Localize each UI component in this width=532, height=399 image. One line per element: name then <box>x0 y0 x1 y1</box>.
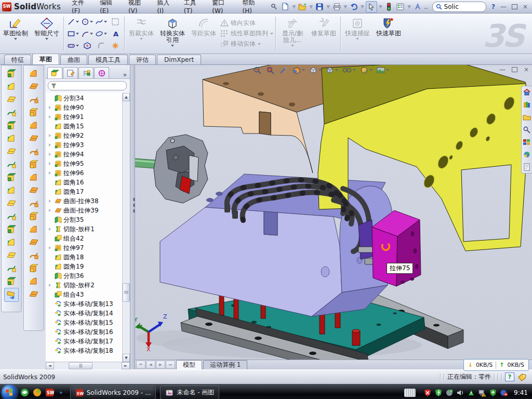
defender-icon[interactable] <box>489 389 497 397</box>
chevron-down-icon[interactable] <box>76 45 79 47</box>
tree-item[interactable]: 实体-移动/复制14 <box>46 309 130 318</box>
solidworks-icon[interactable]: SW <box>45 388 54 397</box>
tree-item[interactable]: 曲面-拉伸39 <box>46 206 130 215</box>
apply-scene-button[interactable] <box>375 65 390 75</box>
expand-arrow-icon[interactable] <box>49 115 53 118</box>
tree-item[interactable]: 分割35 <box>46 215 130 224</box>
magic-wand-button[interactable] <box>278 65 289 75</box>
file-explorer-icon[interactable] <box>523 113 531 121</box>
view-orientation-button[interactable] <box>308 65 323 75</box>
features-toolbar-icon-1[interactable] <box>5 67 18 80</box>
tree-item[interactable]: 分割34 <box>46 94 130 103</box>
display-style-button[interactable] <box>324 65 339 75</box>
chevron-down-icon[interactable] <box>386 69 389 71</box>
print-icon[interactable] <box>331 2 342 12</box>
edit-appearance-button[interactable] <box>358 65 374 75</box>
features-toolbar-icon-3[interactable] <box>5 93 18 106</box>
repair-sketch-button[interactable]: 修复草图 <box>309 15 339 52</box>
tree-item[interactable]: 组合43 <box>46 290 130 299</box>
tree-item[interactable]: 实体-移动/复制13 <box>46 299 130 309</box>
features-toolbar-icon-6[interactable] <box>5 132 18 145</box>
chevron-down-icon[interactable] <box>353 69 356 71</box>
hide-show-button[interactable] <box>341 65 357 75</box>
close-button[interactable]: × <box>523 4 528 10</box>
features-toolbar-icon-17[interactable] <box>5 275 18 288</box>
start-button[interactable] <box>2 385 17 399</box>
quick-tips-button[interactable]: ? <box>505 373 514 381</box>
security-icon[interactable] <box>33 388 42 397</box>
tree-item[interactable]: 拉伸96 <box>46 168 130 178</box>
tree-item[interactable]: 拉伸94 <box>46 150 130 159</box>
convert-entities-button[interactable]: 转换实体引用 <box>157 15 188 52</box>
tree-item[interactable]: 实体-移动/复制18 <box>46 346 130 355</box>
features-toolbar-icon-10[interactable] <box>5 184 18 197</box>
chevron-down-icon[interactable] <box>90 33 93 35</box>
traffic-light-icon[interactable] <box>384 2 394 12</box>
tree-filter-input[interactable] <box>48 81 127 90</box>
undo-icon[interactable] <box>349 2 359 12</box>
zoom-fit-button[interactable] <box>252 65 263 75</box>
mirror-entities-button[interactable]: 镜向实体 <box>220 19 273 28</box>
menu-item-4[interactable]: 工具(T) <box>178 0 207 13</box>
linear-pattern-button[interactable]: 线性草图阵列 <box>220 29 273 38</box>
line-button[interactable] <box>66 16 80 28</box>
scroll-up-button[interactable]: ▲ <box>123 93 130 101</box>
text-button[interactable]: A <box>108 28 122 39</box>
expand-arrow-icon[interactable] <box>49 171 53 175</box>
vpn-icon[interactable] <box>467 389 475 397</box>
surfaces-toolbar-icon-18[interactable] <box>27 288 41 301</box>
palette-icon[interactable] <box>523 138 531 146</box>
tree-item[interactable]: 曲面-拉伸38 <box>46 196 130 206</box>
scroll-thumb[interactable] <box>69 362 92 369</box>
tree-item[interactable]: 组合42 <box>46 234 130 243</box>
chevron-down-icon[interactable]: ▼ <box>292 4 296 9</box>
taskbar-button-2[interactable]: 未命名 - 画图 <box>160 385 219 399</box>
panel-chevron-icon[interactable]: » <box>123 71 127 78</box>
expand-arrow-icon[interactable] <box>49 134 53 137</box>
zoom-area-button[interactable] <box>265 65 276 75</box>
sketch-draw-button[interactable]: 草图绘制 <box>1 15 31 52</box>
tree-item[interactable]: 拉伸90 <box>46 103 130 112</box>
tab-模具工具[interactable]: 模具工具 <box>88 55 128 64</box>
smart-dimension-button[interactable]: 智能尺寸 <box>32 15 62 52</box>
features-toolbar-icon-2[interactable] <box>5 80 18 93</box>
model-scene[interactable] <box>135 65 532 360</box>
chevron-down-icon[interactable]: ▼ <box>326 4 330 9</box>
featuremanager-tab-tab[interactable] <box>47 67 62 78</box>
surfaces-toolbar-icon-8[interactable] <box>27 158 41 171</box>
tree-item[interactable]: 圆角18 <box>46 252 130 262</box>
features-toolbar-icon-15[interactable] <box>5 249 18 262</box>
volume-icon[interactable] <box>456 389 464 397</box>
circle-button[interactable] <box>80 16 94 28</box>
tree-item[interactable]: 实体-移动/复制17 <box>46 337 130 346</box>
tree-item[interactable]: 拉伸91 <box>46 112 130 122</box>
expand-arrow-icon[interactable] <box>49 284 53 287</box>
move-entities-button[interactable]: 移动实体 <box>220 39 273 49</box>
menu-item-5[interactable]: 窗口(W) <box>206 0 236 13</box>
menu-item-0[interactable]: 文件(F) <box>66 0 94 13</box>
surfaces-toolbar-icon-3[interactable] <box>27 93 41 106</box>
rectangle-button[interactable] <box>66 28 80 39</box>
chevron-down-icon[interactable] <box>369 69 373 71</box>
chevron-down-icon[interactable] <box>104 33 107 35</box>
tree-item[interactable]: 拉伸97 <box>46 243 130 252</box>
features-toolbar-icon-9[interactable] <box>5 171 18 184</box>
scroll-right-button[interactable]: ► <box>122 362 130 369</box>
rapid-sketch-button[interactable]: 快速草图 <box>374 15 404 52</box>
chevron-down-icon[interactable] <box>318 69 322 71</box>
doc-restore-button[interactable] <box>512 67 517 72</box>
power-shield-icon[interactable] <box>434 389 443 397</box>
tree-item[interactable]: 实体-移动/复制15 <box>46 318 130 327</box>
expand-arrow-icon[interactable] <box>49 200 53 203</box>
surfaces-toolbar-icon-12[interactable] <box>27 210 41 223</box>
taskbar-clock[interactable]: 9:41 <box>514 389 528 396</box>
tree-item[interactable]: 圆角16 <box>46 178 130 187</box>
features-toolbar-icon-11[interactable] <box>5 197 18 210</box>
doc-minimize-button[interactable]: — <box>499 66 506 73</box>
nav-next-button[interactable]: ▶ <box>156 361 165 369</box>
surfaces-toolbar-icon-7[interactable] <box>27 145 41 158</box>
tree-item[interactable]: 拉伸93 <box>46 140 130 150</box>
expand-arrow-icon[interactable] <box>49 143 53 147</box>
tree-vertical-scrollbar[interactable]: ▲ ▼ <box>122 93 130 362</box>
surfaces-toolbar-icon-5[interactable] <box>27 119 41 132</box>
